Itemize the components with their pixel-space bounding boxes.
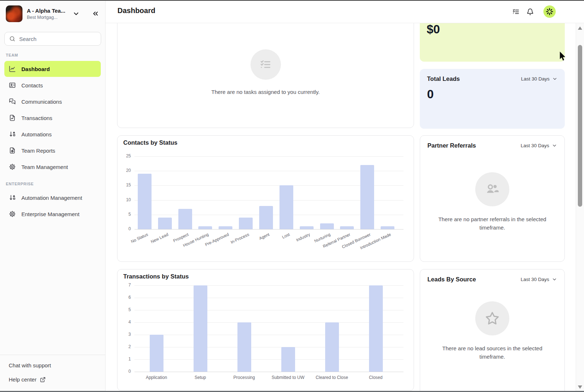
sidebar-item-enterprise-management[interactable]: Enterprise Management — [4, 206, 101, 222]
partner-referrals-card: Partner Referrals Last 30 Days There are… — [420, 135, 565, 262]
chart-line-icon — [9, 65, 16, 73]
vertical-scrollbar — [576, 23, 584, 391]
leads-by-source-empty-state: There are no lead sources in the selecte… — [420, 301, 564, 361]
bar[interactable] — [259, 206, 273, 229]
gridline — [134, 310, 403, 310]
report-doc-icon — [9, 147, 16, 154]
bar[interactable] — [360, 165, 374, 229]
scroll-up-arrow[interactable] — [578, 26, 582, 30]
people-icon — [475, 172, 509, 206]
total-leads-value: 0 — [427, 87, 558, 101]
y-axis-tick-label: 15 — [117, 182, 131, 187]
x-axis-tick-label: Setup — [177, 375, 224, 380]
y-axis-tick-label: 6 — [117, 295, 131, 300]
sidebar-item-label: Enterprise Management — [21, 211, 79, 217]
team-avatar — [6, 5, 22, 22]
scroll-down-arrow[interactable] — [578, 385, 582, 389]
y-axis-tick-label: 1 — [117, 356, 131, 362]
tasks-card: There are no tasks assigned to you curre… — [117, 23, 414, 128]
spark-avatar-icon — [546, 8, 554, 16]
tasks-empty-state: There are no tasks assigned to you curre… — [117, 49, 414, 96]
bar[interactable] — [237, 322, 251, 372]
contacts-by-status-chart: 0510152025No StatusNew LeadProspectHouse… — [117, 136, 414, 261]
bell-icon[interactable] — [526, 8, 534, 16]
bar[interactable] — [194, 285, 207, 372]
task-list-icon[interactable] — [512, 8, 520, 16]
sidebar-item-contacts[interactable]: Contacts — [4, 77, 101, 93]
chat-with-support-link[interactable]: Chat with support — [9, 362, 96, 368]
gridline — [134, 322, 403, 323]
bar[interactable] — [138, 174, 152, 229]
gridline — [134, 156, 403, 157]
sidebar-item-label: Automations — [21, 131, 51, 137]
chat-bubbles-icon — [9, 98, 16, 105]
y-axis-tick-label: 2 — [117, 344, 131, 349]
sidebar-item-label: Team Reports — [21, 148, 55, 154]
sidebar-nav: TEAM Dashboard Contacts Communications T… — [0, 46, 105, 222]
bar[interactable] — [381, 226, 394, 229]
total-leads-title: Total Leads — [427, 75, 460, 82]
x-axis-tick-label: Cleared to Close — [308, 375, 356, 380]
sidebar-item-team-reports[interactable]: Team Reports — [4, 143, 101, 158]
bar[interactable] — [340, 226, 354, 229]
bar[interactable] — [369, 285, 383, 372]
team-name: A - Alpha Tea... — [27, 8, 65, 14]
bar[interactable] — [150, 335, 163, 372]
nav-section-enterprise: ENTERPRISE — [6, 182, 99, 186]
bar[interactable] — [239, 218, 253, 229]
chevron-down-icon — [552, 143, 557, 148]
automation-arrows-icon — [9, 131, 16, 138]
x-axis-tick-label: Submitted to UW — [265, 375, 312, 380]
bar[interactable] — [325, 322, 339, 372]
sidebar-item-automations[interactable]: Automations — [4, 126, 101, 142]
x-axis-tick-label: Closed — [352, 375, 399, 380]
gridline — [134, 347, 403, 347]
gridline — [134, 335, 403, 335]
bar[interactable] — [158, 218, 172, 229]
bar[interactable] — [219, 226, 232, 229]
nav-section-team: TEAM — [6, 53, 99, 57]
search-icon — [9, 36, 16, 42]
partner-referrals-range-dropdown[interactable]: Last 30 Days — [521, 143, 557, 148]
gear-icon — [9, 210, 16, 218]
sidebar-item-transactions[interactable]: Transactions — [4, 110, 101, 126]
sidebar-footer: Chat with support Help center — [0, 355, 105, 392]
scrollbar-thumb[interactable] — [578, 45, 582, 207]
sidebar-item-label: Transactions — [21, 115, 52, 121]
y-axis-tick-label: 0 — [117, 226, 131, 231]
team-text: A - Alpha Tea... Best Mortgag... — [27, 8, 65, 20]
leads-by-source-range-dropdown[interactable]: Last 30 Days — [521, 277, 557, 282]
sidebar-item-automation-management[interactable]: Automation Management — [4, 190, 101, 206]
bar[interactable] — [320, 223, 334, 229]
bar[interactable] — [281, 347, 295, 372]
transactions-by-status-chart: 01234567ApplicationSetupProcessingSubmit… — [117, 269, 414, 391]
y-axis-tick-label: 5 — [117, 307, 131, 312]
bar[interactable] — [300, 226, 314, 229]
team-switcher[interactable]: A - Alpha Tea... Best Mortgag... — [6, 5, 100, 22]
user-avatar-button[interactable] — [543, 5, 556, 18]
sidebar-item-team-management[interactable]: Team Management — [4, 159, 101, 175]
star-icon — [475, 301, 509, 335]
partner-referrals-title: Partner Referrals — [427, 142, 476, 149]
bar[interactable] — [279, 185, 293, 229]
y-axis-tick-label: 4 — [117, 319, 131, 325]
y-axis-tick-label: 5 — [117, 212, 131, 217]
search-input[interactable] — [19, 36, 96, 42]
total-leads-range-dropdown[interactable]: Last 30 Days — [521, 76, 558, 82]
sidebar-item-label: Contacts — [21, 82, 43, 88]
sidebar-item-label: Team Management — [21, 164, 68, 170]
chevron-down-icon[interactable] — [71, 9, 81, 19]
dashboard-content: There are no tasks assigned to you curre… — [105, 23, 576, 391]
chevron-down-icon — [552, 277, 557, 282]
bar[interactable] — [198, 226, 212, 229]
x-axis-tick-label: Processing — [221, 375, 268, 380]
sidebar-collapse-icon[interactable] — [90, 8, 101, 19]
chat-with-support-label: Chat with support — [9, 362, 51, 368]
search-box[interactable] — [4, 32, 101, 46]
sidebar-item-label: Communications — [21, 99, 62, 105]
page-title: Dashboard — [117, 7, 155, 15]
sidebar-item-dashboard[interactable]: Dashboard — [4, 61, 101, 77]
sidebar-item-communications[interactable]: Communications — [4, 94, 101, 110]
help-center-link[interactable]: Help center — [9, 376, 96, 383]
bar[interactable] — [178, 209, 192, 229]
